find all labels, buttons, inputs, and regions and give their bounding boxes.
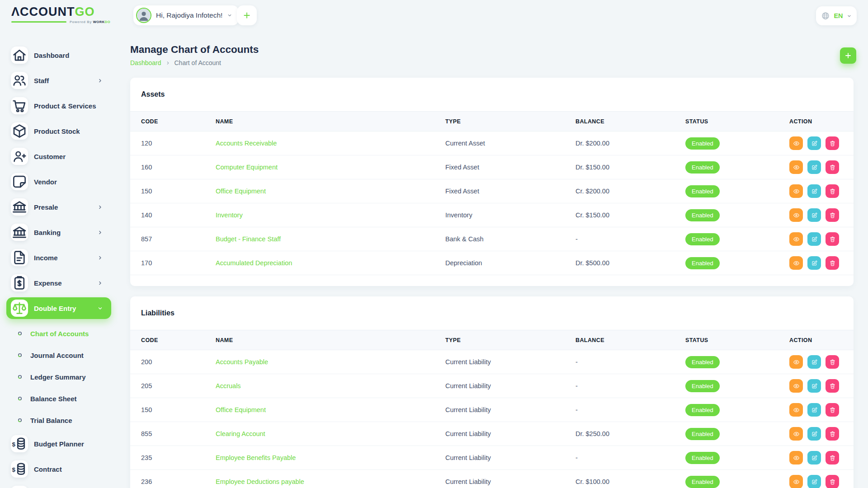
sidebar-item-double-entry[interactable]: Double Entry: [6, 297, 111, 319]
cell-balance: -: [565, 374, 675, 398]
sidebar-item-customer[interactable]: Customer: [0, 144, 118, 169]
sidebar-item-vendor[interactable]: Vendor: [0, 169, 118, 194]
account-name-link[interactable]: Inventory: [216, 211, 243, 219]
brand-logo[interactable]: ΛCCOUNTGO Powered By WORKDO: [11, 5, 110, 24]
view-button[interactable]: [789, 160, 803, 174]
view-button[interactable]: [789, 451, 803, 465]
account-name-link[interactable]: Accounts Receivable: [216, 140, 277, 147]
cell-balance: Dr. $250.00: [565, 422, 675, 446]
sidebar-item-label: Contract: [34, 465, 62, 473]
sidebar-item-contract[interactable]: $ Contract: [0, 456, 118, 482]
account-name-link[interactable]: Employee Benefits Payable: [216, 454, 296, 461]
edit-button[interactable]: [807, 136, 821, 150]
table-row: 160 Computer Equipment Fixed Asset Dr. $…: [130, 155, 854, 179]
view-button[interactable]: [789, 208, 803, 222]
edit-button[interactable]: [807, 256, 821, 270]
column-header-name: NAME: [205, 330, 434, 350]
delete-button[interactable]: [826, 379, 839, 393]
account-name-link[interactable]: Accruals: [216, 382, 241, 389]
delete-button[interactable]: [826, 136, 839, 150]
view-button[interactable]: [789, 379, 803, 393]
delete-button[interactable]: [826, 427, 839, 441]
edit-button[interactable]: [807, 379, 821, 393]
delete-button[interactable]: [826, 451, 839, 465]
edit-icon: [811, 164, 818, 171]
view-button[interactable]: [789, 427, 803, 441]
chevron-right-icon: [97, 280, 103, 286]
delete-button[interactable]: [826, 475, 839, 488]
sidebar-subitem-trial-balance[interactable]: Trial Balance: [0, 409, 118, 431]
chevron-right-icon: [97, 230, 103, 235]
column-header-status: STATUS: [675, 112, 778, 131]
edit-button[interactable]: [807, 232, 821, 246]
trash-icon: [829, 455, 836, 461]
table-row: 857 Budget - Finance Staff Bank & Cash -…: [130, 227, 854, 251]
cell-balance: Cr. $200.00: [565, 179, 675, 203]
edit-button[interactable]: [807, 184, 821, 198]
edit-button[interactable]: [807, 475, 821, 488]
sidebar-item-label: Banking: [34, 229, 61, 236]
account-name-link[interactable]: Accumulated Depreciation: [216, 259, 292, 267]
quick-add-button[interactable]: [237, 5, 257, 25]
avatar: [136, 8, 151, 23]
sidebar-subitem-chart-of-accounts[interactable]: Chart of Accounts: [0, 323, 118, 344]
chevron-right-icon: [97, 204, 103, 210]
sidebar-subitem-ledger-summary[interactable]: Ledger Summary: [0, 366, 118, 388]
delete-button[interactable]: [826, 256, 839, 270]
sidebar-item-item[interactable]: $: [0, 482, 118, 488]
view-button[interactable]: [789, 232, 803, 246]
sidebar-item-dashboard[interactable]: Dashboard: [0, 42, 118, 68]
sidebar-subitem-journal-account[interactable]: Journal Account: [0, 344, 118, 366]
table-row: 170 Accumulated Depreciation Depreciatio…: [130, 251, 854, 275]
edit-button[interactable]: [807, 160, 821, 174]
sidebar-item-presale[interactable]: Presale: [0, 194, 118, 220]
delete-button[interactable]: [826, 160, 839, 174]
account-name-link[interactable]: Computer Equipment: [216, 164, 278, 171]
account-name-link[interactable]: Accounts Payable: [216, 358, 268, 366]
edit-button[interactable]: [807, 208, 821, 222]
sidebar-item-label: Product & Services: [34, 102, 96, 110]
status-badge: Enabled: [685, 476, 720, 488]
sidebar-item-expense[interactable]: Expense: [0, 270, 118, 296]
edit-button[interactable]: [807, 451, 821, 465]
view-button[interactable]: [789, 355, 803, 369]
edit-button[interactable]: [807, 427, 821, 441]
account-name-link[interactable]: Employee Deductions payable: [216, 478, 304, 485]
sidebar-item-product-services[interactable]: Product & Services: [0, 93, 118, 118]
sidebar-item-budget-planner[interactable]: $ Budget Planner: [0, 431, 118, 456]
account-name-link[interactable]: Clearing Account: [216, 430, 265, 437]
edit-button[interactable]: [807, 355, 821, 369]
view-button[interactable]: [789, 403, 803, 417]
trash-icon: [829, 140, 836, 147]
account-name-link[interactable]: Office Equipment: [216, 406, 266, 413]
edit-button[interactable]: [807, 403, 821, 417]
note-icon: [11, 173, 28, 190]
breadcrumb-dashboard-link[interactable]: Dashboard: [130, 59, 161, 66]
sidebar-subitem-balance-sheet[interactable]: Balance Sheet: [0, 388, 118, 409]
cell-balance: Cr. $100.00: [565, 470, 675, 488]
delete-button[interactable]: [826, 208, 839, 222]
cell-balance: -: [565, 227, 675, 251]
delete-button[interactable]: [826, 355, 839, 369]
account-name-link[interactable]: Office Equipment: [216, 188, 266, 195]
sidebar-item-banking[interactable]: Banking: [0, 220, 118, 245]
delete-button[interactable]: [826, 403, 839, 417]
account-name-link[interactable]: Budget - Finance Staff: [216, 235, 281, 243]
svg-text:$: $: [12, 441, 16, 448]
sidebar: Dashboard Staff Product & Services Produ…: [0, 32, 118, 488]
view-button[interactable]: [789, 136, 803, 150]
sidebar-item-income[interactable]: Income: [0, 245, 118, 270]
view-button[interactable]: [789, 256, 803, 270]
row-actions: [789, 208, 854, 222]
status-badge: Enabled: [685, 137, 720, 150]
sidebar-item-product-stock[interactable]: Product Stock: [0, 118, 118, 144]
sidebar-item-staff[interactable]: Staff: [0, 68, 118, 93]
view-button[interactable]: [789, 475, 803, 488]
view-button[interactable]: [789, 184, 803, 198]
delete-button[interactable]: [826, 184, 839, 198]
language-selector[interactable]: EN: [816, 6, 857, 25]
delete-button[interactable]: [826, 232, 839, 246]
user-menu[interactable]: Hi, Rajodiya Infotech!: [133, 5, 239, 25]
edit-icon: [811, 236, 818, 243]
add-account-button[interactable]: [840, 47, 856, 64]
